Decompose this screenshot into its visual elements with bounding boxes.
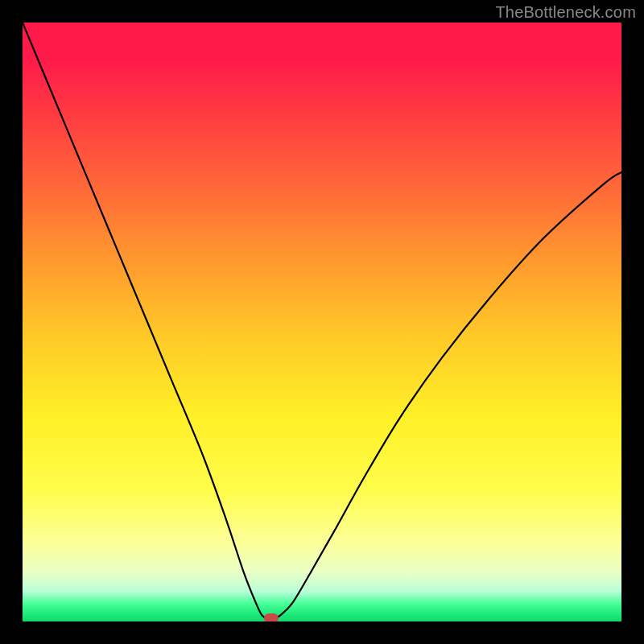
chart-frame: TheBottleneck.com (0, 0, 644, 644)
watermark-text: TheBottleneck.com (495, 3, 636, 22)
optimal-point-marker (264, 613, 279, 621)
bottleneck-curve (23, 23, 621, 621)
plot-area (23, 23, 621, 621)
